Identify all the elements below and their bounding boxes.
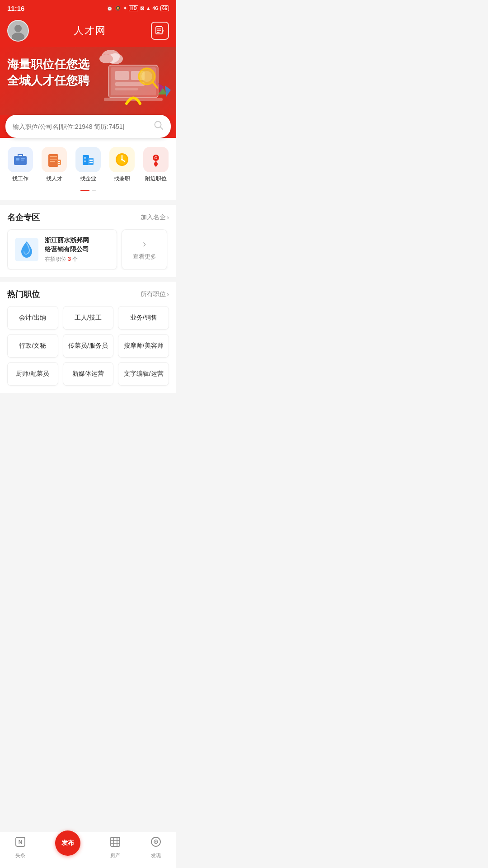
svg-rect-40 bbox=[91, 162, 93, 163]
user-avatar[interactable] bbox=[7, 20, 29, 42]
job-tag-0[interactable]: 会计/出纳 bbox=[7, 306, 58, 330]
svg-marker-18 bbox=[165, 85, 171, 97]
svg-rect-10 bbox=[115, 71, 129, 80]
famous-zone-section: 名企专区 加入名企 › 浙江丽水浙邦网络营销有限公司 在招职位 3 个 bbox=[0, 205, 176, 277]
find-job-label: 找工作 bbox=[12, 175, 28, 183]
famous-zone-header: 名企专区 加入名企 › bbox=[7, 212, 169, 223]
svg-rect-37 bbox=[89, 160, 91, 161]
job-tag-1[interactable]: 工人/技工 bbox=[63, 306, 114, 330]
status-time: 11:16 bbox=[7, 5, 24, 12]
find-parttime-icon bbox=[109, 147, 135, 172]
job-tag-3[interactable]: 行政/文秘 bbox=[7, 334, 58, 358]
join-famous-link[interactable]: 加入名企 › bbox=[141, 213, 169, 222]
svg-rect-12 bbox=[115, 82, 145, 86]
app-title: 人才网 bbox=[74, 24, 106, 38]
svg-rect-23 bbox=[16, 158, 19, 160]
company-info: 浙江丽水浙邦网络营销有限公司 在招职位 3 个 bbox=[45, 236, 110, 263]
job-tag-5[interactable]: 按摩师/美容师 bbox=[118, 334, 169, 358]
icon-grid: 找工作 找人才 bbox=[0, 138, 176, 188]
menu-item-find-talent[interactable]: 找人才 bbox=[42, 147, 67, 183]
svg-rect-30 bbox=[57, 160, 61, 165]
job-tag-7[interactable]: 新媒体运营 bbox=[63, 362, 114, 386]
page-indicator bbox=[0, 188, 176, 197]
company-name: 浙江丽水浙邦网络营销有限公司 bbox=[45, 236, 110, 254]
job-tag-8[interactable]: 文字编辑/运营 bbox=[118, 362, 169, 386]
see-more-arrow-icon: › bbox=[143, 238, 146, 250]
find-company-label: 找企业 bbox=[80, 175, 96, 183]
svg-rect-28 bbox=[50, 159, 57, 160]
svg-point-15 bbox=[141, 71, 152, 82]
menu-item-find-job[interactable]: 找工作 bbox=[8, 147, 33, 183]
svg-rect-22 bbox=[14, 156, 27, 165]
svg-rect-39 bbox=[89, 162, 91, 163]
job-tag-6[interactable]: 厨师/配菜员 bbox=[7, 362, 58, 386]
svg-point-1 bbox=[14, 25, 22, 32]
all-jobs-link[interactable]: 所有职位 › bbox=[141, 290, 169, 298]
see-more-card[interactable]: › 查看更多 bbox=[122, 229, 167, 270]
nearby-jobs-icon bbox=[143, 147, 169, 172]
famous-zone-title: 名企专区 bbox=[7, 212, 40, 223]
svg-rect-38 bbox=[91, 160, 93, 161]
hot-jobs-section: 热门职位 所有职位 › 会计/出纳工人/技工业务/销售行政/文秘传菜员/服务员按… bbox=[0, 282, 176, 393]
dot-inactive bbox=[92, 190, 96, 191]
svg-rect-36 bbox=[84, 160, 86, 162]
svg-rect-34 bbox=[88, 158, 94, 165]
hot-jobs-header: 热门职位 所有职位 › bbox=[7, 289, 169, 300]
svg-rect-13 bbox=[115, 88, 138, 90]
edit-icon-button[interactable] bbox=[151, 22, 169, 40]
svg-line-21 bbox=[160, 127, 163, 129]
svg-rect-25 bbox=[21, 160, 24, 160]
search-container bbox=[0, 115, 176, 138]
hot-jobs-title: 热门职位 bbox=[7, 289, 40, 300]
menu-item-find-company[interactable]: 找企业 bbox=[75, 147, 101, 183]
company-card[interactable]: 浙江丽水浙邦网络营销有限公司 在招职位 3 个 bbox=[7, 229, 117, 270]
search-bar[interactable] bbox=[5, 115, 171, 138]
find-parttime-label: 找兼职 bbox=[114, 175, 130, 183]
svg-rect-31 bbox=[58, 161, 60, 162]
svg-rect-33 bbox=[83, 155, 89, 165]
find-talent-icon bbox=[42, 147, 67, 172]
svg-rect-29 bbox=[50, 161, 55, 162]
svg-point-45 bbox=[121, 159, 123, 160]
job-tag-4[interactable]: 传菜员/服务员 bbox=[63, 334, 114, 358]
app-header: 人才网 bbox=[0, 16, 176, 47]
svg-rect-35 bbox=[84, 157, 86, 159]
company-logo bbox=[14, 237, 39, 262]
status-icons: ⏰ 🔕 ✦ HD ⊠ ▲ 4G 66 bbox=[107, 5, 169, 11]
status-bar: 11:16 ⏰ 🔕 ✦ HD ⊠ ▲ 4G 66 bbox=[0, 0, 176, 16]
dot-active bbox=[80, 190, 89, 191]
menu-item-nearby-jobs[interactable]: 附近职位 bbox=[143, 147, 169, 183]
company-row: 浙江丽水浙邦网络营销有限公司 在招职位 3 个 › 查看更多 bbox=[7, 229, 169, 270]
company-jobs: 在招职位 3 个 bbox=[45, 255, 110, 263]
see-more-text: 查看更多 bbox=[133, 253, 156, 261]
search-icon[interactable] bbox=[154, 120, 164, 132]
find-talent-label: 找人才 bbox=[46, 175, 62, 183]
search-input[interactable] bbox=[13, 123, 154, 130]
job-tag-grid: 会计/出纳工人/技工业务/销售行政/文秘传菜员/服务员按摩师/美容师厨师/配菜员… bbox=[7, 306, 169, 386]
nearby-jobs-label: 附近职位 bbox=[145, 175, 167, 183]
job-tag-2[interactable]: 业务/销售 bbox=[118, 306, 169, 330]
find-job-icon bbox=[8, 147, 33, 172]
menu-item-find-parttime[interactable]: 找兼职 bbox=[109, 147, 135, 183]
svg-rect-24 bbox=[21, 158, 25, 159]
banner-illustration bbox=[99, 52, 172, 110]
svg-rect-27 bbox=[50, 156, 57, 157]
find-company-icon bbox=[75, 147, 101, 172]
svg-rect-32 bbox=[58, 163, 60, 164]
quick-menu-section: 找工作 找人才 bbox=[0, 138, 176, 200]
svg-point-48 bbox=[155, 157, 157, 159]
